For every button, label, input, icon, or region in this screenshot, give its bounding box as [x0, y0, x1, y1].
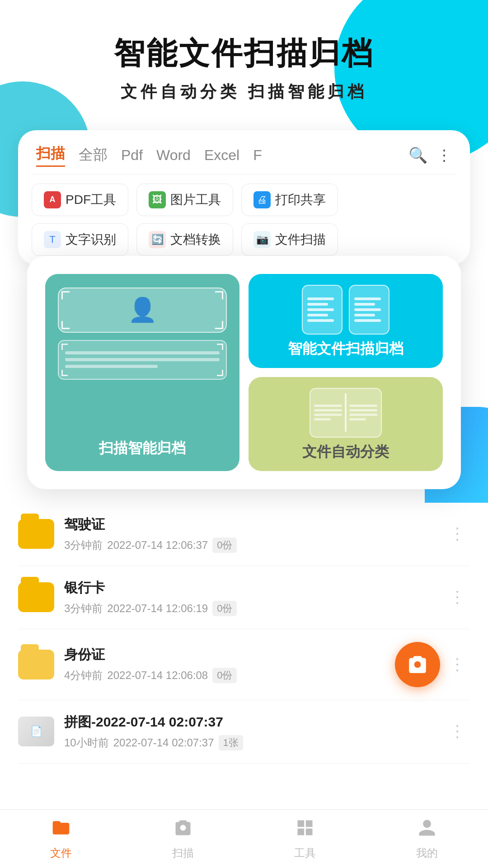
list-section: 驾驶证 3分钟前 2022-07-14 12:06:37 0份 ⋮ 银行卡 3分… — [0, 503, 488, 764]
list-info-pinjitu: 拼图-2022-07-14 02:07:37 10小时前 2022-07-14 … — [64, 713, 435, 750]
item-meta: 4分钟前 2022-07-14 12:06:08 0份 — [64, 668, 385, 683]
nav-item-scan[interactable]: 扫描 — [172, 818, 194, 860]
image-tools-label: 图片工具 — [170, 191, 221, 208]
folder-icon-shenfenzheng — [18, 650, 54, 679]
pdf-tools-button[interactable]: A PDF工具 — [32, 184, 128, 216]
more-button[interactable]: ⋮ — [445, 520, 470, 548]
header-section: 智能文件扫描归档 文件自动分类 扫描智能归档 — [0, 0, 488, 121]
scan-archive-tile[interactable]: 👤 扫描智能归档 — [45, 274, 239, 471]
pdf-tools-label: PDF工具 — [66, 191, 116, 208]
thumb-pinjitu: 📄 — [18, 717, 54, 746]
image-tools-button[interactable]: 🖼 图片工具 — [136, 184, 233, 216]
bottom-nav: 文件 扫描 工具 我的 — [0, 809, 488, 868]
scan-line-1 — [65, 351, 220, 354]
book-spine — [345, 393, 347, 432]
corner-tl — [61, 291, 70, 299]
tools-nav-icon — [295, 818, 315, 842]
count-badge: 1张 — [219, 735, 243, 750]
tab-excel[interactable]: Excel — [204, 147, 239, 164]
file-scan-icon: 📷 — [253, 231, 271, 248]
corner-tr2 — [217, 344, 223, 350]
list-item[interactable]: 身份证 4分钟前 2022-07-14 12:06:08 0份 ⋮ — [18, 629, 470, 700]
date: 2022-07-14 12:06:37 — [107, 539, 208, 552]
auto-classify-tile[interactable]: 文件自动分类 — [249, 377, 443, 471]
folder-icon-yinhangka — [18, 582, 54, 612]
date: 2022-07-14 12:06:08 — [107, 669, 208, 682]
item-name: 驾驶证 — [64, 515, 435, 534]
nav-item-profile[interactable]: 我的 — [416, 818, 438, 860]
doc-convert-button[interactable]: 🔄 文档转换 — [136, 223, 233, 256]
tabs-icons: 🔍 ⋮ — [408, 146, 452, 164]
more-button[interactable]: ⋮ — [445, 651, 470, 679]
time-ago: 10小时前 — [64, 736, 109, 750]
time-ago: 3分钟前 — [64, 538, 103, 552]
doc-icons-row — [302, 285, 389, 335]
item-meta: 10小时前 2022-07-14 02:07:37 1张 — [64, 735, 435, 750]
camera-fab-icon — [406, 653, 429, 676]
nav-item-files[interactable]: 文件 — [50, 818, 72, 860]
feature-card: 👤 扫描智能归档 — [27, 256, 461, 489]
item-name: 身份证 — [64, 646, 385, 664]
pdf-icon: A — [44, 191, 61, 208]
smart-scan-tile[interactable]: 智能文件扫描归档 — [249, 274, 443, 368]
thumb-inner: 📄 — [18, 717, 54, 746]
feature-grid: 👤 扫描智能归档 — [45, 274, 443, 471]
corner-bl2 — [61, 370, 68, 376]
id-card-illus: 👤 — [58, 288, 227, 333]
print-icon: 🖨 — [253, 191, 271, 208]
nav-item-tools[interactable]: 工具 — [294, 818, 316, 860]
more-icon[interactable]: ⋮ — [436, 146, 452, 164]
print-tools-button[interactable]: 🖨 打印共享 — [241, 184, 338, 216]
file-scan-button[interactable]: 📷 文件扫描 — [241, 223, 338, 256]
time-ago: 4分钟前 — [64, 668, 103, 683]
more-button[interactable]: ⋮ — [445, 583, 470, 611]
fab-camera-button[interactable] — [395, 642, 440, 687]
main-title: 智能文件扫描归档 — [27, 36, 461, 70]
tab-pdf[interactable]: Pdf — [121, 147, 143, 164]
corner-tr — [215, 291, 223, 299]
app-card: 扫描 全部 Pdf Word Excel F 🔍 ⋮ A PDF工具 🖼 图片工… — [18, 130, 470, 265]
list-item[interactable]: 驾驶证 3分钟前 2022-07-14 12:06:37 0份 ⋮ — [18, 503, 470, 566]
item-meta: 3分钟前 2022-07-14 12:06:37 0份 — [64, 538, 435, 553]
date: 2022-07-14 02:07:37 — [113, 736, 214, 749]
profile-nav-label: 我的 — [416, 846, 438, 860]
count-badge: 0份 — [212, 668, 237, 683]
files-nav-label: 文件 — [50, 846, 72, 860]
scan-nav-label: 扫描 — [172, 846, 194, 860]
count-badge: 0份 — [212, 601, 237, 616]
tools-row-2: T 文字识别 🔄 文档转换 📷 文件扫描 — [32, 223, 456, 256]
corner-br2 — [217, 370, 223, 376]
folder-icon-jiashizheng — [18, 519, 54, 549]
list-info-shenfenzheng: 身份证 4分钟前 2022-07-14 12:06:08 0份 — [64, 646, 385, 683]
camera-nav-icon — [173, 818, 193, 842]
tab-scan[interactable]: 扫描 — [36, 144, 65, 167]
sub-title: 文件自动分类 扫描智能归档 — [27, 81, 461, 103]
doc-convert-icon: 🔄 — [149, 231, 166, 248]
tab-word[interactable]: Word — [156, 147, 191, 164]
scan-line-3 — [65, 365, 158, 368]
text-scan-icon: T — [44, 231, 61, 248]
list-info-jiashizheng: 驾驶证 3分钟前 2022-07-14 12:06:37 0份 — [64, 515, 435, 553]
text-scan-label: 文字识别 — [66, 231, 116, 248]
tab-f[interactable]: F — [253, 147, 262, 164]
smart-scan-label: 智能文件扫描归档 — [288, 339, 404, 359]
more-button[interactable]: ⋮ — [445, 717, 470, 745]
scan-archive-label: 扫描智能归档 — [99, 439, 186, 458]
tab-all[interactable]: 全部 — [79, 145, 108, 165]
list-item[interactable]: 银行卡 3分钟前 2022-07-14 12:06:19 0份 ⋮ — [18, 566, 470, 629]
user-nav-icon — [417, 818, 437, 842]
file-nav-icon — [51, 818, 71, 842]
corner-tl2 — [61, 344, 68, 350]
right-tiles: 智能文件扫描归档 — [249, 274, 443, 471]
list-item[interactable]: 📄 拼图-2022-07-14 02:07:37 10小时前 2022-07-1… — [18, 700, 470, 764]
corner-bl — [61, 321, 70, 329]
count-badge: 0份 — [212, 538, 237, 553]
tools-row-1: A PDF工具 🖼 图片工具 🖨 打印共享 — [32, 184, 456, 216]
text-scan-button[interactable]: T 文字识别 — [32, 223, 128, 256]
id-icon: 👤 — [128, 296, 157, 324]
item-name: 银行卡 — [64, 579, 435, 597]
doc-convert-label: 文档转换 — [170, 231, 221, 248]
search-icon[interactable]: 🔍 — [408, 146, 427, 164]
item-meta: 3分钟前 2022-07-14 12:06:19 0份 — [64, 601, 435, 616]
doc-icon-1 — [302, 285, 343, 335]
